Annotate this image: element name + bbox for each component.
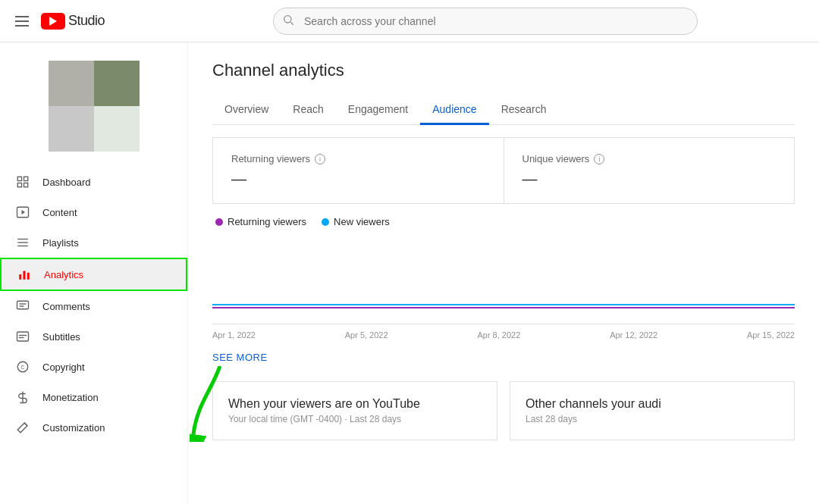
xaxis-label-2: Apr 8, 2022 — [477, 330, 520, 340]
sidebar: Dashboard Content Playlists — [0, 42, 188, 504]
hamburger-menu[interactable] — [12, 13, 32, 30]
unique-info-icon[interactable]: i — [594, 154, 604, 164]
returning-viewers-label: Returning viewers i — [231, 153, 485, 164]
search-input[interactable] — [273, 8, 698, 35]
xaxis-label-0: Apr 1, 2022 — [212, 330, 256, 340]
svg-text:C: C — [20, 365, 24, 370]
bottom-card-1-subtitle: Last 28 days — [526, 414, 779, 424]
avatar-q1 — [49, 61, 94, 106]
main-content: Channel analytics Overview Reach Engagem… — [188, 42, 819, 504]
svg-rect-3 — [24, 177, 28, 180]
comment-icon — [15, 299, 30, 314]
svg-rect-5 — [24, 183, 28, 187]
new-legend-label: New viewers — [334, 216, 390, 227]
svg-rect-2 — [17, 177, 21, 180]
sidebar-item-content[interactable]: Content — [0, 197, 187, 227]
layout: Dashboard Content Playlists — [0, 42, 819, 504]
chart-line-blue — [212, 304, 795, 305]
bottom-card-viewers-time: When your viewers are on YouTube Your lo… — [212, 381, 497, 440]
sidebar-item-analytics[interactable]: Analytics — [0, 258, 187, 291]
youtube-logo-icon — [41, 13, 65, 30]
sidebar-item-dashboard[interactable]: Dashboard — [0, 167, 187, 197]
stat-card-returning: Returning viewers i — — [213, 138, 504, 203]
new-dot — [322, 218, 329, 226]
avatar-q4 — [94, 106, 140, 152]
sidebar-item-comments[interactable]: Comments — [0, 291, 187, 321]
list-icon — [15, 235, 30, 250]
chart-xaxis: Apr 1, 2022 Apr 5, 2022 Apr 8, 2022 Apr … — [212, 324, 795, 346]
chart-line-purple — [212, 307, 795, 308]
bottom-card-1-title: Other channels your audi — [526, 397, 779, 411]
grid-icon — [15, 174, 30, 189]
playlists-label: Playlists — [42, 237, 79, 249]
svg-point-0 — [284, 15, 291, 22]
tabs: Overview Reach Engagement Audience Resea… — [212, 95, 795, 125]
stat-card-unique: Unique viewers i — — [504, 138, 795, 203]
play-icon — [15, 205, 30, 220]
sidebar-item-copyright[interactable]: C Copyright — [0, 352, 187, 382]
tab-research[interactable]: Research — [489, 95, 559, 125]
magic-icon — [15, 420, 30, 435]
channel-avatar — [0, 49, 187, 167]
logo[interactable]: Studio — [41, 13, 105, 30]
sidebar-item-subtitles[interactable]: Subtitles — [0, 321, 187, 352]
sidebar-item-customization[interactable]: Customization — [0, 412, 187, 443]
returning-legend-label: Returning viewers — [228, 216, 306, 227]
svg-rect-12 — [24, 271, 26, 280]
svg-rect-13 — [27, 273, 30, 280]
monetization-label: Monetization — [42, 392, 99, 403]
svg-rect-4 — [17, 183, 21, 187]
search-icon — [282, 14, 294, 29]
sidebar-item-playlists[interactable]: Playlists — [0, 227, 187, 258]
unique-viewers-value: — — [522, 171, 777, 188]
header-left: Studio — [12, 13, 164, 30]
chart-legend: Returning viewers New viewers — [212, 216, 795, 227]
tab-audience[interactable]: Audience — [420, 95, 488, 125]
studio-text: Studio — [68, 13, 105, 29]
bottom-card-other-channels: Other channels your audi Last 28 days — [510, 381, 795, 440]
xaxis-label-3: Apr 12, 2022 — [610, 330, 657, 340]
svg-line-1 — [290, 22, 293, 24]
copyright-label: Copyright — [42, 362, 85, 373]
returning-info-icon[interactable]: i — [315, 154, 325, 164]
stats-row: Returning viewers i — Unique viewers i — — [212, 137, 795, 204]
green-arrow — [190, 366, 250, 445]
dashboard-label: Dashboard — [42, 177, 91, 188]
xaxis-label-4: Apr 15, 2022 — [747, 330, 795, 340]
avatar-image — [49, 61, 140, 152]
subtitles-icon — [15, 329, 30, 344]
svg-rect-14 — [17, 301, 29, 309]
tab-overview[interactable]: Overview — [212, 95, 281, 125]
tab-engagement[interactable]: Engagement — [336, 95, 420, 125]
avatar-q3 — [49, 106, 94, 152]
chart-area — [212, 233, 795, 324]
subtitles-label: Subtitles — [42, 331, 80, 343]
search-bar — [273, 8, 698, 35]
returning-dot — [215, 218, 223, 226]
sidebar-item-monetization[interactable]: Monetization — [0, 382, 187, 412]
svg-rect-17 — [17, 332, 29, 341]
page-title: Channel analytics — [212, 61, 795, 80]
header: Studio — [0, 0, 819, 42]
returning-viewers-value: — — [231, 171, 485, 188]
legend-returning: Returning viewers — [215, 216, 306, 227]
bar-chart-icon — [17, 267, 32, 282]
svg-rect-11 — [19, 274, 21, 280]
analytics-label: Analytics — [44, 269, 83, 280]
content-label: Content — [42, 207, 77, 218]
unique-viewers-label: Unique viewers i — [522, 153, 777, 164]
xaxis-label-1: Apr 5, 2022 — [345, 330, 388, 340]
see-more-button[interactable]: SEE MORE — [212, 346, 795, 369]
dollar-icon — [15, 390, 30, 405]
bottom-cards: When your viewers are on YouTube Your lo… — [212, 381, 795, 440]
customization-label: Customization — [42, 422, 105, 434]
avatar-q2 — [94, 61, 140, 106]
comments-label: Comments — [42, 301, 90, 312]
svg-marker-7 — [22, 210, 26, 214]
tab-reach[interactable]: Reach — [281, 95, 335, 125]
bottom-card-0-subtitle: Your local time (GMT -0400) · Last 28 da… — [228, 414, 482, 424]
copyright-icon: C — [15, 359, 30, 374]
bottom-card-0-title: When your viewers are on YouTube — [228, 397, 482, 411]
legend-new: New viewers — [322, 216, 390, 227]
svg-line-23 — [24, 423, 27, 426]
